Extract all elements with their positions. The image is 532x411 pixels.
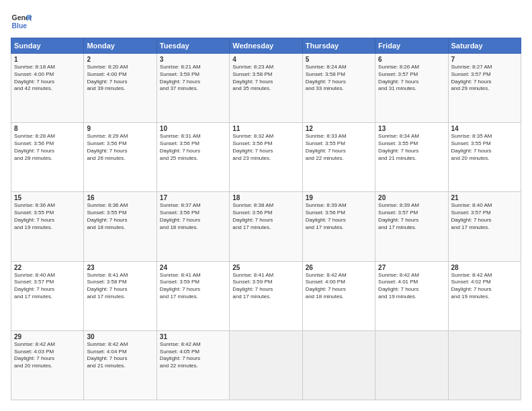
calendar-cell: 19Sunrise: 8:39 AM Sunset: 3:56 PM Dayli… [302,192,375,261]
calendar-cell: 1Sunrise: 8:18 AM Sunset: 4:00 PM Daylig… [11,54,84,123]
calendar-cell: 24Sunrise: 8:41 AM Sunset: 3:59 PM Dayli… [157,261,229,330]
week-row-1: 1Sunrise: 8:18 AM Sunset: 4:00 PM Daylig… [11,54,521,123]
day-info: Sunrise: 8:28 AM Sunset: 3:56 PM Dayligh… [14,133,81,162]
calendar-cell: 17Sunrise: 8:37 AM Sunset: 3:56 PM Dayli… [157,192,229,261]
day-number: 28 [451,264,518,271]
calendar-cell: 9Sunrise: 8:29 AM Sunset: 3:56 PM Daylig… [84,123,157,192]
day-info: Sunrise: 8:36 AM Sunset: 3:55 PM Dayligh… [14,202,81,231]
day-info: Sunrise: 8:20 AM Sunset: 4:00 PM Dayligh… [87,64,153,93]
day-info: Sunrise: 8:38 AM Sunset: 3:56 PM Dayligh… [232,202,299,231]
day-info: Sunrise: 8:42 AM Sunset: 4:02 PM Dayligh… [451,272,518,301]
calendar-cell: 20Sunrise: 8:39 AM Sunset: 3:57 PM Dayli… [375,192,448,261]
day-number: 7 [451,56,518,63]
day-number: 16 [87,194,153,201]
day-header-sunday: Sunday [11,38,84,54]
day-info: Sunrise: 8:42 AM Sunset: 4:00 PM Dayligh… [306,272,372,301]
day-info: Sunrise: 8:41 AM Sunset: 3:59 PM Dayligh… [160,272,226,301]
calendar-cell [302,330,375,400]
day-info: Sunrise: 8:37 AM Sunset: 3:56 PM Dayligh… [160,202,226,231]
svg-text:Blue: Blue [12,22,28,30]
calendar-cell: 14Sunrise: 8:35 AM Sunset: 3:55 PM Dayli… [448,123,521,192]
calendar-cell: 31Sunrise: 8:42 AM Sunset: 4:05 PM Dayli… [157,330,229,400]
calendar-cell: 13Sunrise: 8:34 AM Sunset: 3:55 PM Dayli… [375,123,448,192]
calendar-cell: 10Sunrise: 8:31 AM Sunset: 3:56 PM Dayli… [157,123,229,192]
calendar-cell: 15Sunrise: 8:36 AM Sunset: 3:55 PM Dayli… [11,192,84,261]
header: General Blue [11,11,521,32]
calendar-cell: 6Sunrise: 8:26 AM Sunset: 3:57 PM Daylig… [375,54,448,123]
day-header-saturday: Saturday [448,38,521,54]
calendar-cell: 7Sunrise: 8:27 AM Sunset: 3:57 PM Daylig… [448,54,521,123]
calendar-cell: 2Sunrise: 8:20 AM Sunset: 4:00 PM Daylig… [84,54,157,123]
day-number: 27 [378,264,445,271]
calendar-cell: 26Sunrise: 8:42 AM Sunset: 4:00 PM Dayli… [302,261,375,330]
calendar-table: SundayMondayTuesdayWednesdayThursdayFrid… [11,38,521,400]
day-info: Sunrise: 8:40 AM Sunset: 3:57 PM Dayligh… [451,202,518,231]
day-number: 30 [87,333,153,340]
day-number: 2 [87,56,153,63]
day-info: Sunrise: 8:31 AM Sunset: 3:56 PM Dayligh… [160,133,226,162]
page: General Blue SundayMondayTuesdayWednesda… [0,0,532,411]
day-number: 6 [378,56,445,63]
calendar-cell: 18Sunrise: 8:38 AM Sunset: 3:56 PM Dayli… [230,192,302,261]
day-number: 20 [378,194,445,201]
day-number: 22 [14,264,81,271]
day-number: 12 [306,125,372,132]
day-info: Sunrise: 8:32 AM Sunset: 3:56 PM Dayligh… [232,133,299,162]
day-number: 9 [87,125,153,132]
day-info: Sunrise: 8:40 AM Sunset: 3:57 PM Dayligh… [14,272,81,301]
day-number: 23 [87,264,153,271]
day-number: 4 [232,56,299,63]
day-number: 11 [232,125,299,132]
day-number: 10 [160,125,226,132]
day-info: Sunrise: 8:23 AM Sunset: 3:58 PM Dayligh… [232,64,299,93]
calendar-cell: 27Sunrise: 8:42 AM Sunset: 4:01 PM Dayli… [375,261,448,330]
calendar-cell: 29Sunrise: 8:42 AM Sunset: 4:03 PM Dayli… [11,330,84,400]
day-header-friday: Friday [375,38,448,54]
day-number: 5 [306,56,372,63]
day-info: Sunrise: 8:42 AM Sunset: 4:03 PM Dayligh… [14,341,81,370]
day-number: 29 [14,333,81,340]
calendar-cell: 21Sunrise: 8:40 AM Sunset: 3:57 PM Dayli… [448,192,521,261]
day-number: 15 [14,194,81,201]
calendar-header-row: SundayMondayTuesdayWednesdayThursdayFrid… [11,38,521,54]
day-number: 24 [160,264,226,271]
day-info: Sunrise: 8:24 AM Sunset: 3:58 PM Dayligh… [306,64,372,93]
day-info: Sunrise: 8:41 AM Sunset: 3:58 PM Dayligh… [87,272,153,301]
calendar-cell: 4Sunrise: 8:23 AM Sunset: 3:58 PM Daylig… [230,54,302,123]
day-number: 31 [160,333,226,340]
week-row-2: 8Sunrise: 8:28 AM Sunset: 3:56 PM Daylig… [11,123,521,192]
day-number: 13 [378,125,445,132]
day-info: Sunrise: 8:18 AM Sunset: 4:00 PM Dayligh… [14,64,81,93]
calendar-cell: 23Sunrise: 8:41 AM Sunset: 3:58 PM Dayli… [84,261,157,330]
day-info: Sunrise: 8:42 AM Sunset: 4:01 PM Dayligh… [378,272,445,301]
calendar-cell [375,330,448,400]
day-number: 21 [451,194,518,201]
calendar-cell: 16Sunrise: 8:36 AM Sunset: 3:55 PM Dayli… [84,192,157,261]
calendar-cell: 28Sunrise: 8:42 AM Sunset: 4:02 PM Dayli… [448,261,521,330]
day-info: Sunrise: 8:33 AM Sunset: 3:55 PM Dayligh… [306,133,372,162]
day-info: Sunrise: 8:34 AM Sunset: 3:55 PM Dayligh… [378,133,445,162]
calendar-cell [448,330,521,400]
day-info: Sunrise: 8:27 AM Sunset: 3:57 PM Dayligh… [451,64,518,93]
calendar-cell: 25Sunrise: 8:41 AM Sunset: 3:59 PM Dayli… [230,261,302,330]
day-info: Sunrise: 8:21 AM Sunset: 3:59 PM Dayligh… [160,64,226,93]
day-info: Sunrise: 8:36 AM Sunset: 3:55 PM Dayligh… [87,202,153,231]
day-header-monday: Monday [84,38,157,54]
calendar-cell: 22Sunrise: 8:40 AM Sunset: 3:57 PM Dayli… [11,261,84,330]
calendar-cell: 12Sunrise: 8:33 AM Sunset: 3:55 PM Dayli… [302,123,375,192]
day-header-thursday: Thursday [302,38,375,54]
day-number: 18 [232,194,299,201]
calendar-cell: 3Sunrise: 8:21 AM Sunset: 3:59 PM Daylig… [157,54,229,123]
calendar-cell: 5Sunrise: 8:24 AM Sunset: 3:58 PM Daylig… [302,54,375,123]
week-row-3: 15Sunrise: 8:36 AM Sunset: 3:55 PM Dayli… [11,192,521,261]
week-row-5: 29Sunrise: 8:42 AM Sunset: 4:03 PM Dayli… [11,330,521,400]
general-blue-logo-icon: General Blue [11,11,32,32]
day-info: Sunrise: 8:41 AM Sunset: 3:59 PM Dayligh… [232,272,299,301]
calendar-cell: 30Sunrise: 8:42 AM Sunset: 4:04 PM Dayli… [84,330,157,400]
day-number: 3 [160,56,226,63]
day-number: 25 [232,264,299,271]
logo: General Blue [11,11,32,32]
day-info: Sunrise: 8:35 AM Sunset: 3:55 PM Dayligh… [451,133,518,162]
day-number: 19 [306,194,372,201]
day-number: 8 [14,125,81,132]
